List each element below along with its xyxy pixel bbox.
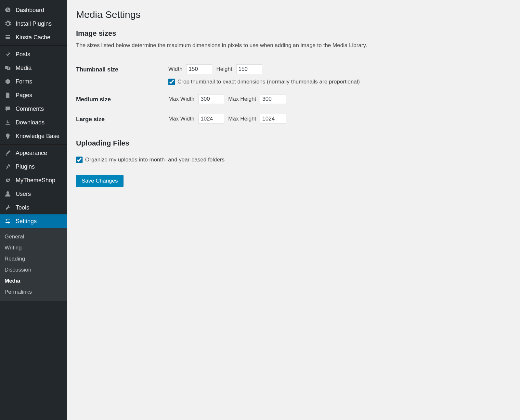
sidebar-item-users[interactable]: Users bbox=[0, 187, 67, 201]
sidebar-item-label: Pages bbox=[16, 92, 32, 99]
image-sizes-table: Thumbnail size Width Height Crop thumbna… bbox=[76, 60, 511, 129]
sidebar-item-label: Install Plugins bbox=[16, 20, 52, 27]
admin-sidebar: DashboardInstall PluginsKinsta CachePost… bbox=[0, 0, 67, 420]
sidebar-item-label: Knowledge Base bbox=[16, 133, 59, 140]
stack-icon bbox=[4, 33, 12, 41]
sidebar-item-comments[interactable]: Comments bbox=[0, 102, 67, 116]
wrench-icon bbox=[4, 204, 12, 211]
sidebar-item-pages[interactable]: Pages bbox=[0, 88, 67, 102]
thumbnail-width-label: Width bbox=[168, 66, 182, 72]
sidebar-item-plugins[interactable]: Plugins bbox=[0, 160, 67, 173]
sidebar-item-install-plugins[interactable]: Install Plugins bbox=[0, 17, 67, 31]
submenu-item-writing[interactable]: Writing bbox=[0, 242, 67, 253]
sidebar-item-label: Tools bbox=[16, 204, 29, 211]
thumbnail-crop-label[interactable]: Crop thumbnail to exact dimensions (norm… bbox=[177, 79, 360, 85]
section-uploading-files: Uploading Files bbox=[76, 139, 511, 147]
refresh-icon bbox=[4, 176, 12, 184]
sidebar-item-forms[interactable]: Forms bbox=[0, 75, 67, 88]
sidebar-item-settings[interactable]: Settings bbox=[0, 214, 67, 228]
hex-icon bbox=[4, 78, 12, 85]
sidebar-item-downloads[interactable]: Downloads bbox=[0, 116, 67, 129]
medium-maxheight-input[interactable] bbox=[260, 94, 286, 104]
sidebar-item-dashboard[interactable]: Dashboard bbox=[0, 3, 67, 17]
medium-maxheight-label: Max Height bbox=[228, 96, 256, 102]
large-maxheight-label: Max Height bbox=[228, 116, 256, 122]
thumbnail-height-label: Height bbox=[216, 66, 232, 72]
organize-uploads-label[interactable]: Organize my uploads into month- and year… bbox=[85, 157, 225, 163]
large-maxheight-input[interactable] bbox=[260, 114, 286, 124]
download-icon bbox=[4, 119, 12, 126]
large-maxwidth-label: Max Width bbox=[168, 116, 194, 122]
thumbnail-size-label: Thumbnail size bbox=[76, 60, 168, 90]
sidebar-item-label: Dashboard bbox=[16, 7, 44, 14]
sidebar-item-tools[interactable]: Tools bbox=[0, 201, 67, 214]
sidebar-item-label: Forms bbox=[16, 78, 32, 85]
svg-point-3 bbox=[6, 191, 9, 194]
gear-icon bbox=[4, 20, 12, 28]
sidebar-item-kinsta-cache[interactable]: Kinsta Cache bbox=[0, 31, 67, 44]
submenu-item-reading[interactable]: Reading bbox=[0, 253, 67, 264]
brush-icon bbox=[4, 149, 12, 157]
medium-maxwidth-input[interactable] bbox=[198, 94, 224, 104]
svg-rect-1 bbox=[6, 37, 10, 38]
sidebar-item-media[interactable]: Media bbox=[0, 61, 67, 75]
sidebar-item-posts[interactable]: Posts bbox=[0, 47, 67, 61]
plug-icon bbox=[4, 163, 12, 171]
medium-size-label: Medium size bbox=[76, 90, 168, 109]
sidebar-item-label: Downloads bbox=[16, 119, 45, 126]
image-sizes-description: The sizes listed below determine the max… bbox=[76, 42, 511, 49]
content-area: Media Settings Image sizes The sizes lis… bbox=[67, 0, 520, 420]
page-title: Media Settings bbox=[76, 9, 511, 20]
large-maxwidth-input[interactable] bbox=[198, 114, 224, 124]
sidebar-item-label: Settings bbox=[16, 218, 37, 225]
submenu-item-permalinks[interactable]: Permalinks bbox=[0, 286, 67, 298]
thumbnail-crop-checkbox[interactable] bbox=[168, 79, 175, 85]
sidebar-item-appearance[interactable]: Appearance bbox=[0, 146, 67, 160]
user-icon bbox=[4, 190, 12, 198]
submenu-item-discussion[interactable]: Discussion bbox=[0, 264, 67, 275]
sidebar-item-label: Posts bbox=[16, 51, 30, 58]
sidebar-item-label: Users bbox=[16, 191, 31, 197]
sidebar-item-label: Kinsta Cache bbox=[16, 34, 50, 41]
large-size-label: Large size bbox=[76, 109, 168, 129]
bulb-icon bbox=[4, 132, 12, 140]
sidebar-item-label: Media bbox=[16, 65, 32, 71]
dashboard-icon bbox=[4, 6, 12, 14]
thumbnail-height-input[interactable] bbox=[236, 64, 262, 74]
comment-icon bbox=[4, 105, 12, 113]
medium-maxwidth-label: Max Width bbox=[168, 96, 194, 102]
settings-submenu: GeneralWritingReadingDiscussionMediaPerm… bbox=[0, 228, 67, 301]
svg-rect-2 bbox=[6, 38, 10, 39]
sliders-icon bbox=[4, 217, 12, 225]
thumbnail-width-input[interactable] bbox=[186, 64, 212, 74]
sidebar-item-label: Appearance bbox=[16, 150, 47, 157]
sidebar-item-label: Plugins bbox=[16, 163, 35, 170]
section-image-sizes: Image sizes bbox=[76, 29, 511, 38]
sidebar-item-label: MyThemeShop bbox=[16, 177, 55, 184]
save-changes-button[interactable]: Save Changes bbox=[76, 175, 124, 187]
svg-rect-0 bbox=[6, 35, 10, 36]
organize-uploads-checkbox[interactable] bbox=[76, 157, 83, 163]
media-icon bbox=[4, 64, 12, 72]
sidebar-item-knowledge-base[interactable]: Knowledge Base bbox=[0, 129, 67, 143]
sidebar-item-label: Comments bbox=[16, 106, 44, 112]
pin-icon bbox=[4, 50, 12, 58]
pages-icon bbox=[4, 91, 12, 99]
submenu-item-general[interactable]: General bbox=[0, 231, 67, 242]
sidebar-item-mythemeshop[interactable]: MyThemeShop bbox=[0, 173, 67, 187]
submenu-item-media[interactable]: Media bbox=[0, 275, 67, 286]
